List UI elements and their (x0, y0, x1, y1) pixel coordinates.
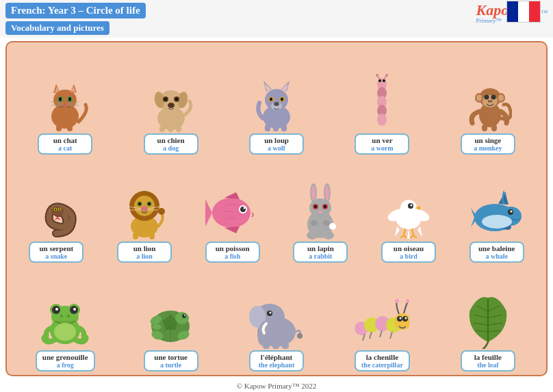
svg-point-153 (175, 312, 189, 324)
monkey-image (464, 70, 512, 132)
svg-point-111 (311, 220, 318, 226)
page: French: Year 3 – Circle of life Vocabula… (0, 0, 553, 392)
worm-label: un ver a worm (355, 133, 409, 155)
whale-label: une baleine a whale (470, 241, 524, 263)
dog-french: un chien (151, 136, 192, 144)
animal-row-1: un chat a cat (12, 46, 541, 155)
snake-english: a snake (36, 252, 77, 260)
svg-point-179 (406, 299, 409, 303)
svg-point-24 (175, 98, 178, 101)
caterpillar-image (355, 287, 409, 349)
dog-label: un chien a dog (144, 133, 198, 155)
svg-point-144 (73, 308, 76, 311)
header: French: Year 3 – Circle of life Vocabula… (0, 0, 553, 38)
svg-point-63 (484, 94, 489, 99)
svg-marker-130 (471, 208, 478, 227)
svg-rect-69 (491, 125, 497, 131)
elephant-french: l'éléphant (256, 353, 297, 361)
snake-french: un serpent (36, 244, 77, 252)
svg-point-155 (184, 315, 185, 316)
svg-point-177 (405, 317, 407, 319)
svg-point-9 (68, 97, 71, 101)
animal-row-2: un serpent a snake (12, 155, 541, 263)
animal-item-dog: un chien a dog (118, 70, 223, 155)
svg-point-74 (59, 209, 60, 211)
svg-point-116 (400, 200, 417, 216)
animal-item-snake: un serpent a snake (12, 179, 101, 263)
animal-item-lion: un lion a lion (101, 179, 189, 263)
svg-marker-91 (205, 199, 212, 226)
elephant-english: the elephant (256, 361, 297, 369)
svg-rect-28 (168, 126, 173, 132)
svg-point-109 (323, 231, 334, 239)
cat-english: a cat (44, 144, 86, 152)
svg-point-50 (378, 79, 381, 82)
svg-point-89 (158, 208, 165, 215)
svg-point-101 (311, 185, 316, 200)
flag-white (518, 1, 529, 22)
animal-item-rabbit: un lapin a rabbit (276, 179, 365, 263)
footer: © Kapow Primary™ 2022 (0, 380, 553, 392)
svg-marker-92 (224, 192, 240, 199)
lion-image (120, 179, 168, 240)
bird-english: a bird (388, 252, 429, 260)
leaf-french: la feuille (467, 353, 509, 361)
fish-label: un poisson a fish (205, 241, 260, 263)
header-left: French: Year 3 – Circle of life Vocabula… (5, 3, 146, 35)
turtle-english: a turtle (151, 361, 192, 369)
svg-line-182 (380, 330, 382, 337)
animal-item-wolf: un loup a wolf (224, 70, 329, 155)
svg-line-126 (404, 235, 407, 238)
french-flag (506, 1, 541, 23)
animal-item-whale: une baleine a whale (452, 179, 541, 263)
whale-french: une baleine (476, 244, 517, 252)
svg-point-134 (482, 215, 512, 228)
lion-label: un lion a lion (117, 241, 172, 263)
svg-line-127 (410, 235, 413, 238)
frog-label: une grenouille a frog (36, 350, 95, 371)
turtle-label: une tortue a turtle (144, 350, 198, 371)
footer-text: © Kapow Primary™ 2022 (237, 382, 317, 390)
svg-rect-42 (265, 125, 270, 131)
lion-english: a lion (124, 252, 165, 260)
svg-point-54 (376, 74, 378, 77)
svg-point-41 (274, 102, 279, 106)
svg-point-178 (395, 299, 399, 303)
svg-rect-167 (282, 343, 289, 349)
svg-point-49 (377, 114, 387, 126)
svg-line-183 (390, 332, 392, 339)
svg-point-110 (329, 223, 336, 230)
svg-line-128 (413, 235, 417, 238)
lion-french: un lion (124, 244, 165, 252)
rabbit-label: un lapin a rabbit (293, 241, 348, 263)
svg-rect-16 (67, 125, 73, 131)
whale-image (471, 179, 522, 240)
animal-item-cat: un chat a cat (12, 70, 118, 155)
svg-point-154 (182, 314, 186, 318)
svg-marker-122 (417, 226, 422, 237)
page-title: French: Year 3 – Circle of life (5, 3, 146, 18)
fish-french: un poisson (212, 244, 253, 252)
svg-point-51 (383, 79, 385, 82)
caterpillar-french: la chenille (361, 353, 403, 361)
svg-point-105 (314, 205, 317, 208)
svg-point-147 (54, 323, 76, 341)
svg-point-82 (141, 207, 148, 211)
cat-label: un chat a cat (38, 133, 92, 155)
svg-point-112 (323, 220, 330, 226)
wolf-image (253, 70, 300, 132)
snake-label: un serpent a snake (29, 241, 83, 263)
main-content: un chat a cat (5, 41, 548, 376)
animal-item-elephant: l'éléphant the elephant (224, 287, 329, 371)
whale-english: a whale (476, 252, 517, 260)
svg-point-80 (138, 202, 141, 205)
svg-point-8 (59, 97, 62, 101)
svg-line-181 (370, 332, 372, 339)
svg-point-102 (325, 185, 329, 200)
elephant-image (249, 287, 304, 349)
svg-point-23 (164, 98, 167, 101)
svg-point-119 (411, 205, 413, 207)
svg-point-164 (270, 312, 272, 314)
svg-point-62 (498, 94, 504, 101)
worm-french: un ver (361, 136, 402, 144)
